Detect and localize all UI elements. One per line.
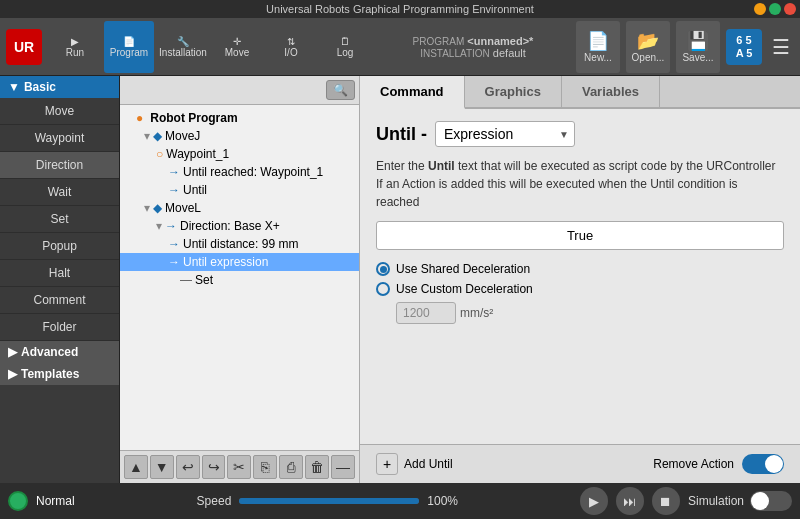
tree-item-direction[interactable]: ▾ → Direction: Base X+ <box>120 217 359 235</box>
tree-expression-label: Until expression <box>183 255 268 269</box>
new-button[interactable]: 📄 New... <box>576 21 620 73</box>
custom-decel-row: Use Custom Deceleration <box>376 282 784 296</box>
content-tabs: Command Graphics Variables <box>360 76 800 109</box>
sidebar-item-waypoint[interactable]: Waypoint <box>0 125 119 152</box>
simulation-label: Simulation <box>688 494 744 508</box>
io-tab[interactable]: ⇅ I/O <box>266 21 316 73</box>
tree-item-until-distance[interactable]: → Until distance: 99 mm <box>120 235 359 253</box>
remove-action-toggle[interactable] <box>742 454 784 474</box>
sidebar-item-folder[interactable]: Folder <box>0 314 119 341</box>
new-label: New... <box>584 52 612 63</box>
sidebar-item-halt[interactable]: Halt <box>0 260 119 287</box>
decel-value-input[interactable] <box>396 302 456 324</box>
menu-button[interactable]: ☰ <box>768 31 794 63</box>
tree-item-until-expression[interactable]: → Until expression <box>120 253 359 271</box>
move-tab[interactable]: ✛ Move <box>212 21 262 73</box>
io-icon: ⇅ <box>287 36 295 47</box>
sidebar: ▼ Basic Move Waypoint Direction Wait Set… <box>0 76 120 483</box>
tree-item-waypoint1[interactable]: ○ Waypoint_1 <box>120 145 359 163</box>
save-button[interactable]: 💾 Save... <box>676 21 720 73</box>
log-tab[interactable]: 🗒 Log <box>320 21 370 73</box>
move-up-button[interactable]: ▲ <box>124 455 148 479</box>
cut-button[interactable]: ✂ <box>227 455 251 479</box>
stop-button[interactable]: ⏹ <box>652 487 680 515</box>
sidebar-item-comment[interactable]: Comment <box>0 287 119 314</box>
program-label: Program <box>110 47 148 58</box>
tree-root-label: Robot Program <box>150 111 237 125</box>
run-label: Run <box>66 47 84 58</box>
tree-content: ● Robot Program ▾ ◆ MoveJ ○ Waypoint_1 → <box>120 105 359 450</box>
tab-variables[interactable]: Variables <box>562 76 660 107</box>
close-btn[interactable] <box>784 3 796 15</box>
tree-root-icon: ● <box>136 111 143 125</box>
tree-item-until[interactable]: → Until <box>120 181 359 199</box>
sidebar-section-basic[interactable]: ▼ Basic <box>0 76 119 98</box>
play-button[interactable]: ▶ <box>580 487 608 515</box>
tree-item-movej[interactable]: ▾ ◆ MoveJ <box>120 127 359 145</box>
desc-bold: Until <box>428 159 455 173</box>
tab-graphics[interactable]: Graphics <box>465 76 562 107</box>
tree-panel: 🔍 ● Robot Program ▾ ◆ MoveJ ○ Waypoint_1 <box>120 76 360 483</box>
content-footer: + Add Until Remove Action <box>360 444 800 483</box>
minimize-btn[interactable] <box>754 3 766 15</box>
tree-waypoint-label: Waypoint_1 <box>166 147 229 161</box>
tree-expression-icon: → <box>168 255 180 269</box>
desc-post: text that will be executed as script cod… <box>455 159 776 173</box>
installation-tab[interactable]: 🔧 Installation <box>158 21 208 73</box>
paste-button[interactable]: ⎙ <box>279 455 303 479</box>
open-icon: 📂 <box>637 30 659 52</box>
maximize-btn[interactable] <box>769 3 781 15</box>
tree-item-set[interactable]: — Set <box>120 271 359 289</box>
custom-decel-radio[interactable] <box>376 282 390 296</box>
run-icon: ▶ <box>71 36 79 47</box>
app-logo: UR <box>6 29 42 65</box>
tree-direction-expand-icon: ▾ <box>156 219 162 233</box>
until-header: Until - Expression Distance Time ▼ <box>376 121 784 147</box>
simulation-toggle[interactable] <box>750 491 792 511</box>
installation-name: default <box>493 47 526 59</box>
step-button[interactable]: ⏭ <box>616 487 644 515</box>
installation-label: Installation <box>159 47 207 58</box>
simulation-toggle-knob <box>751 492 769 510</box>
desc-line2: If an Action is added this will be execu… <box>376 177 738 209</box>
sidebar-item-direction[interactable]: Direction <box>0 152 119 179</box>
tree-direction-label: Direction: Base X+ <box>180 219 280 233</box>
sidebar-section-advanced[interactable]: ▶ Advanced <box>0 341 119 363</box>
tree-item-until-reached[interactable]: → Until reached: Waypoint_1 <box>120 163 359 181</box>
tree-distance-label: Until distance: 99 mm <box>183 237 298 251</box>
redo-button[interactable]: ↪ <box>202 455 226 479</box>
expression-box[interactable]: True <box>376 221 784 250</box>
tree-movel-icon: ◆ <box>153 201 162 215</box>
open-button[interactable]: 📂 Open... <box>626 21 670 73</box>
separator-button[interactable]: — <box>331 455 355 479</box>
search-button[interactable]: 🔍 <box>326 80 355 100</box>
expression-select[interactable]: Expression Distance Time <box>435 121 575 147</box>
sidebar-templates-label: Templates <box>21 367 79 381</box>
main-toolbar: UR ▶ Run 📄 Program 🔧 Installation ✛ Move… <box>0 18 800 76</box>
delete-button[interactable]: 🗑 <box>305 455 329 479</box>
status-top: 6 5 <box>736 34 751 46</box>
program-tab[interactable]: 📄 Program <box>104 21 154 73</box>
tree-arrow-icon: → <box>168 165 180 179</box>
main-area: ▼ Basic Move Waypoint Direction Wait Set… <box>0 76 800 483</box>
status-indicator <box>8 491 28 511</box>
move-down-button[interactable]: ▼ <box>150 455 174 479</box>
installation-icon: 🔧 <box>177 36 189 47</box>
speed-percent: 100% <box>427 494 458 508</box>
new-icon: 📄 <box>587 30 609 52</box>
copy-button[interactable]: ⎘ <box>253 455 277 479</box>
tree-item-movel[interactable]: ▾ ◆ MoveL <box>120 199 359 217</box>
speed-slider[interactable] <box>239 498 419 504</box>
run-tab[interactable]: ▶ Run <box>50 21 100 73</box>
sidebar-item-popup[interactable]: Popup <box>0 233 119 260</box>
sidebar-item-wait[interactable]: Wait <box>0 179 119 206</box>
toggle-knob <box>765 455 783 473</box>
add-until-label[interactable]: Add Until <box>404 457 453 471</box>
sidebar-section-templates[interactable]: ▶ Templates <box>0 363 119 385</box>
sidebar-item-set[interactable]: Set <box>0 206 119 233</box>
tab-command[interactable]: Command <box>360 76 465 109</box>
undo-button[interactable]: ↩ <box>176 455 200 479</box>
shared-decel-radio[interactable] <box>376 262 390 276</box>
sidebar-item-move[interactable]: Move <box>0 98 119 125</box>
tree-panel-wrapper: 🔍 ● Robot Program ▾ ◆ MoveJ ○ Waypoint_1 <box>120 76 360 483</box>
